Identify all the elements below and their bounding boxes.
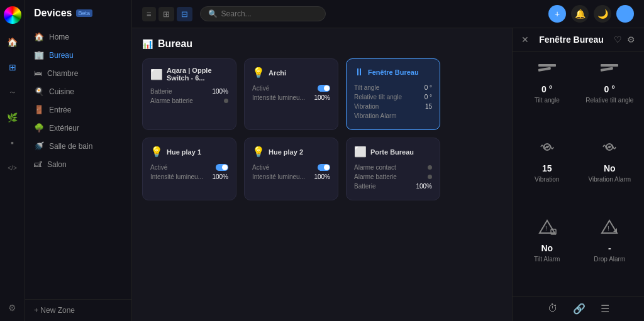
card-row: Activé (150, 164, 228, 171)
detail-header: ✕ Fenêtre Bureau ♡ ⚙ (513, 28, 644, 52)
status-dot (428, 175, 432, 179)
sidebar-nav: 🏠 Home 🏢 Bureau 🛏 Chambre 🍳 Cuisine 🚪 En… (25, 24, 131, 299)
avatar[interactable] (616, 5, 634, 23)
card-label: Activé (252, 85, 269, 92)
sidebar-item-salle-de-bain[interactable]: 🚿 Salle de bain (25, 137, 131, 155)
toggle-active[interactable] (318, 164, 330, 171)
svg-rect-0 (538, 64, 556, 67)
device-icon: 💡 (252, 146, 265, 158)
panel-title: Fenêtre Bureau (534, 35, 609, 45)
card-header: 💡 Hue play 1 (150, 146, 228, 158)
link-icon[interactable]: 🔗 (573, 303, 586, 315)
card-header: ⏸ Fenêtre Bureau (354, 67, 432, 78)
cuisine-icon: 🍳 (34, 87, 44, 96)
home-icon: 🏠 (34, 32, 44, 41)
sidebar-item-salon[interactable]: 🛋 Salon (25, 155, 131, 173)
sidebar-item-home[interactable]: 🏠 Home (25, 28, 131, 46)
device-card-hue2[interactable]: 💡 Hue play 2 Activé Intensité lumineu...… (244, 138, 338, 200)
nav-grid-icon[interactable]: ⊞ (6, 60, 19, 74)
tilt-angle-val: 0 ° (541, 84, 552, 94)
sidebar-item-chambre[interactable]: 🛏 Chambre (25, 64, 131, 82)
sidebar-item-label: Salle de bain (49, 142, 92, 151)
sidebar-item-entree[interactable]: 🚪 Entrée (25, 101, 131, 119)
device-card-porte[interactable]: ⬜ Porte Bureau Alarme contact Alarme bat… (346, 138, 440, 200)
device-name: Porte Bureau (370, 148, 414, 156)
close-button[interactable]: ✕ (521, 35, 529, 45)
list-icon[interactable]: ☰ (601, 303, 609, 315)
card-row: Alarme contact (354, 164, 432, 171)
sidebar-item-exterieur[interactable]: 🌳 Extérieur (25, 119, 131, 137)
nav-code-icon[interactable]: </> (6, 161, 19, 175)
status-dot (428, 165, 432, 170)
favorite-button[interactable]: ♡ (614, 35, 622, 45)
topbar: ≡ ⊞ ⊟ 🔍 + 🔔 🌙 (132, 0, 644, 28)
list-view-button[interactable]: ≡ (142, 7, 156, 21)
card-header: ⬜ Porte Bureau (354, 146, 432, 158)
nav-leaf-icon[interactable]: 🌿 (6, 111, 19, 124)
card-row: Activé (252, 85, 330, 92)
device-icon: ⏸ (354, 67, 364, 78)
sidebar-item-label: Salon (47, 160, 67, 169)
sidebar-item-cuisine[interactable]: 🍳 Cuisine (25, 82, 131, 101)
device-name: Aqara | Opple Switch - 6... (167, 67, 228, 82)
sdb-icon: 🚿 (34, 141, 44, 151)
toggle-active[interactable] (216, 164, 228, 171)
app-title: Devices (34, 8, 72, 19)
card-label: Vibration (354, 103, 379, 110)
add-button[interactable]: + (548, 5, 566, 23)
history-icon[interactable]: ⏱ (548, 303, 558, 315)
zone-area: 📊 Bureau ⬜ Aqara | Opple Switch - 6... B… (132, 28, 644, 321)
entree-icon: 🚪 (34, 105, 44, 114)
card-label: Intensité lumineu... (252, 94, 305, 101)
nav-chart-icon[interactable]: ▪ (6, 136, 19, 150)
card-label: Intensité lumineu... (150, 173, 203, 180)
svg-marker-8 (540, 220, 555, 233)
card-row: Relative tilt angle 0 ° (354, 94, 432, 101)
dark-mode-button[interactable]: 🌙 (594, 5, 611, 23)
card-label: Alarme batterie (150, 97, 193, 104)
svg-rect-1 (538, 67, 550, 72)
nav-settings-icon[interactable]: ⚙ (6, 301, 19, 315)
device-icon: ⬜ (354, 146, 367, 158)
device-card-hue1[interactable]: 💡 Hue play 1 Activé Intensité lumineu...… (142, 138, 236, 200)
device-card-fenetre[interactable]: ⏸ Fenêtre Bureau Tilt angle 0 ° Relative… (346, 58, 440, 130)
search-bar[interactable]: 🔍 (200, 6, 326, 21)
device-card-aqara[interactable]: ⬜ Aqara | Opple Switch - 6... Batterie 1… (142, 58, 236, 130)
device-name: Hue play 1 (167, 148, 201, 156)
metric-relative-tilt: 0 ° Relative tilt angle (583, 59, 637, 129)
card-label: Batterie (354, 183, 375, 190)
metric-tilt-angle: 0 ° Tilt angle (520, 59, 574, 129)
card-row: Intensité lumineu... 100% (150, 173, 228, 180)
drop-alarm-val: - (608, 243, 611, 253)
icon-bar: 🏠 ⊞ ～ 🌿 ▪ </> ⚙ (0, 0, 25, 321)
sidebar-item-label: Cuisine (49, 87, 74, 96)
card-row: Tilt angle 0 ° (354, 84, 432, 91)
relative-tilt-icon (599, 59, 619, 80)
compact-view-button[interactable]: ⊟ (177, 7, 192, 21)
card-label: Intensité lumineu... (252, 173, 305, 180)
new-zone-label: + New Zone (34, 306, 75, 315)
search-input[interactable] (221, 9, 318, 18)
card-label: Activé (252, 164, 269, 171)
notifications-button[interactable]: 🔔 (571, 5, 589, 23)
toggle-active[interactable] (318, 85, 330, 92)
sidebar-item-bureau[interactable]: 🏢 Bureau (25, 46, 131, 64)
app-logo (4, 6, 21, 24)
svg-rect-3 (601, 67, 613, 72)
settings-button[interactable]: ⚙ (627, 35, 635, 45)
card-row: Activé (252, 164, 330, 171)
nav-home-icon[interactable]: 🏠 (6, 35, 19, 49)
nav-wave-icon[interactable]: ～ (6, 85, 19, 99)
device-card-archi[interactable]: 💡 Archi Activé Intensité lumineu... 100% (244, 58, 338, 130)
svg-point-5 (546, 146, 548, 148)
zone-name: Bureau (158, 38, 192, 50)
new-zone-button[interactable]: + New Zone (34, 306, 123, 315)
card-val: 100% (212, 173, 228, 180)
card-label: Alarme contact (354, 164, 396, 171)
topbar-right: + 🔔 🌙 (548, 5, 634, 23)
drop-alarm-icon: ! (599, 218, 619, 239)
svg-rect-2 (601, 64, 618, 67)
grid-view-button[interactable]: ⊞ (158, 7, 174, 21)
sidebar-item-label: Bureau (49, 51, 74, 60)
detail-footer: ⏱ 🔗 ☰ (513, 296, 644, 321)
